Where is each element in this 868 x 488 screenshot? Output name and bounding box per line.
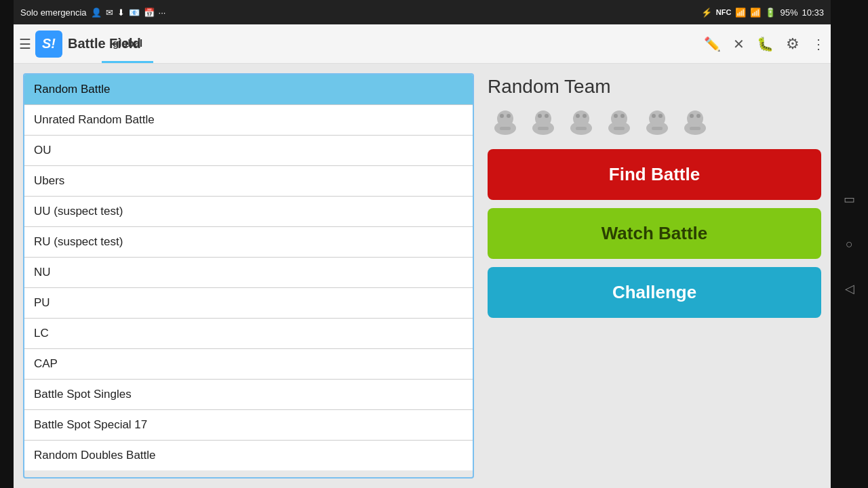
debug-icon[interactable]: 🐛 bbox=[757, 36, 774, 52]
svg-point-6 bbox=[535, 110, 551, 127]
svg-point-27 bbox=[690, 114, 694, 118]
carrier-text: Solo emergencia bbox=[20, 7, 87, 18]
recent-apps-button[interactable]: ▭ bbox=[841, 190, 859, 208]
svg-point-28 bbox=[696, 114, 701, 118]
phone-left-edge bbox=[0, 0, 14, 488]
message-icon: ✉ bbox=[106, 7, 113, 18]
list-item[interactable]: Battle Spot Singles bbox=[24, 380, 473, 410]
more-icon: ··· bbox=[159, 7, 166, 18]
close-icon[interactable]: ✕ bbox=[733, 36, 745, 52]
watch-battle-button[interactable]: Watch Battle bbox=[488, 208, 821, 259]
pokemon-silhouette-3 bbox=[566, 108, 597, 136]
hamburger-icon[interactable]: ☰ bbox=[19, 36, 31, 52]
svg-point-8 bbox=[545, 114, 549, 118]
pokemon-silhouette-5 bbox=[642, 108, 673, 136]
svg-point-26 bbox=[687, 110, 703, 127]
team-title: Random Team bbox=[488, 76, 821, 98]
app-title: Battle Field bbox=[68, 36, 704, 52]
status-right: ⚡ NFC 📶 📶 🔋 95% 10:33 bbox=[701, 7, 824, 18]
main-content: Random Battle Unrated Random Battle OU U… bbox=[14, 64, 831, 488]
pokemon-slot-4 bbox=[601, 104, 637, 140]
tab-global[interactable]: global bbox=[102, 24, 153, 63]
pokeball-icon[interactable]: ⚙ bbox=[786, 35, 800, 53]
pokemon-slot-6 bbox=[677, 104, 713, 140]
clock: 10:33 bbox=[802, 7, 824, 18]
back-button[interactable]: ◁ bbox=[841, 280, 859, 298]
svg-point-21 bbox=[649, 110, 665, 127]
list-item[interactable]: Random Doubles Battle bbox=[24, 441, 473, 470]
pokemon-icons bbox=[488, 104, 821, 140]
main-screen: Solo emergencia 👤 ✉ ⬇ 📧 📅 ··· ⚡ NFC 📶 📶 … bbox=[14, 0, 831, 488]
download-icon: ⬇ bbox=[117, 7, 125, 18]
pokemon-slot-3 bbox=[564, 104, 599, 140]
list-item[interactable]: NU bbox=[24, 258, 473, 288]
list-item[interactable]: Random Battle bbox=[24, 75, 473, 105]
svg-point-13 bbox=[583, 114, 587, 118]
pokemon-silhouette-4 bbox=[604, 108, 635, 136]
mail-icon: 📧 bbox=[129, 7, 140, 18]
app-bar-icons: ✏️ ✕ 🐛 ⚙ ⋮ bbox=[704, 35, 825, 53]
list-item[interactable]: CAP bbox=[24, 349, 473, 380]
signal-off-icon: 📶 bbox=[735, 7, 746, 18]
challenge-button[interactable]: Challenge bbox=[488, 267, 821, 318]
svg-point-11 bbox=[573, 110, 589, 127]
pokemon-slot-2 bbox=[526, 104, 561, 140]
list-item[interactable]: RU (suspect test) bbox=[24, 227, 473, 258]
list-item[interactable]: Battle Spot Special 17 bbox=[24, 410, 473, 441]
svg-rect-4 bbox=[500, 127, 511, 130]
list-item[interactable]: OU bbox=[24, 136, 473, 166]
list-item[interactable]: PU bbox=[24, 288, 473, 319]
status-left: Solo emergencia 👤 ✉ ⬇ 📧 📅 ··· bbox=[20, 7, 165, 18]
list-item[interactable]: Ubers bbox=[24, 166, 473, 197]
calendar-icon: 📅 bbox=[144, 7, 155, 18]
list-item[interactable]: LC bbox=[24, 319, 473, 349]
app-logo: S! bbox=[35, 30, 62, 58]
svg-rect-29 bbox=[690, 127, 701, 130]
svg-point-2 bbox=[500, 114, 504, 118]
svg-point-1 bbox=[497, 110, 513, 127]
bluetooth-icon: ⚡ bbox=[701, 7, 712, 18]
pokemon-silhouette-1 bbox=[490, 108, 521, 136]
person-icon: 👤 bbox=[91, 7, 102, 18]
pokemon-slot-5 bbox=[639, 104, 675, 140]
pokemon-silhouette-2 bbox=[528, 108, 559, 136]
svg-point-12 bbox=[576, 114, 580, 118]
battery-percent: 95% bbox=[780, 7, 797, 18]
home-button[interactable]: ○ bbox=[841, 235, 859, 253]
status-bar: Solo emergencia 👤 ✉ ⬇ 📧 📅 ··· ⚡ NFC 📶 📶 … bbox=[14, 0, 831, 24]
pokemon-slot-1 bbox=[488, 104, 523, 140]
svg-rect-19 bbox=[614, 127, 625, 130]
svg-point-16 bbox=[611, 110, 627, 127]
team-section: Random Team bbox=[488, 76, 821, 140]
wifi-icon: 📶 bbox=[750, 7, 761, 18]
action-buttons: Find Battle Watch Battle Challenge bbox=[488, 149, 821, 318]
battle-list: Random Battle Unrated Random Battle OU U… bbox=[23, 73, 474, 479]
svg-point-7 bbox=[538, 114, 542, 118]
list-item[interactable]: Unrated Random Battle bbox=[24, 105, 473, 136]
android-nav-bar: ▭ ○ ◁ bbox=[831, 0, 868, 488]
svg-rect-24 bbox=[652, 127, 663, 130]
find-battle-button[interactable]: Find Battle bbox=[488, 149, 821, 200]
app-bar: ☰ S! Battle Field global ✏️ ✕ 🐛 ⚙ ⋮ bbox=[14, 24, 831, 64]
nfc-icon: NFC bbox=[716, 8, 732, 16]
list-item[interactable]: UU (suspect test) bbox=[24, 197, 473, 227]
pokemon-silhouette-6 bbox=[679, 108, 711, 136]
svg-point-3 bbox=[507, 114, 511, 118]
svg-point-22 bbox=[652, 114, 656, 118]
svg-rect-14 bbox=[576, 127, 587, 130]
svg-rect-9 bbox=[538, 127, 549, 130]
svg-point-23 bbox=[658, 114, 663, 118]
right-panel: Random Team bbox=[488, 73, 821, 479]
svg-point-17 bbox=[614, 114, 618, 118]
battery-icon: 🔋 bbox=[765, 7, 776, 18]
edit-icon[interactable]: ✏️ bbox=[704, 36, 721, 52]
more-options-icon[interactable]: ⋮ bbox=[812, 36, 825, 52]
svg-point-18 bbox=[620, 114, 625, 118]
